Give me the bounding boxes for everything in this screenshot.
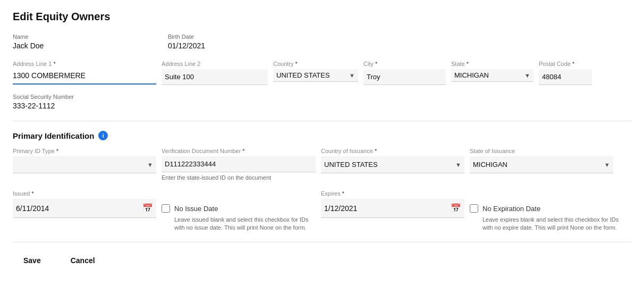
primary-id-type-label: Primary ID Type *	[13, 148, 156, 154]
country-select[interactable]: UNITED STATES	[276, 71, 347, 79]
doc-number-label: Verification Document Number *	[162, 148, 316, 154]
no-issue-date-hint: Leave issued blank and select this check…	[174, 216, 316, 232]
postal-value: 48084	[542, 73, 589, 81]
primary-id-type-select-wrapper[interactable]: ▼	[13, 156, 156, 173]
issued-value: 6/11/2014	[16, 204, 49, 213]
birth-date-label: Birth Date	[168, 33, 274, 40]
postal-label: Postal Code *	[539, 61, 592, 67]
country-label: Country *	[273, 61, 358, 67]
state-dropdown-icon: ▼	[524, 72, 530, 79]
primary-id-type-select[interactable]	[16, 161, 145, 169]
issuance-state-select-wrapper[interactable]: MICHIGAN ▼	[470, 156, 613, 173]
issuance-state-dropdown-icon: ▼	[604, 162, 610, 168]
issuance-country-dropdown-icon: ▼	[455, 162, 461, 168]
no-issue-date-checkbox[interactable]	[162, 204, 170, 213]
no-expiration-date-hint: Leave expires blank and select this chec…	[482, 216, 624, 232]
button-row: Save Cancel	[13, 252, 631, 269]
doc-number-value: D111222333444	[165, 160, 312, 168]
address-line2-label: Address Line 2	[162, 61, 268, 67]
issuance-state-select[interactable]: MICHIGAN	[473, 161, 602, 169]
owner-name: Jack Doe	[13, 41, 162, 50]
no-expiration-date-label: No Expiration Date	[482, 205, 540, 213]
no-issue-date-label: No Issue Date	[174, 205, 218, 213]
country-dropdown-icon: ▼	[349, 72, 355, 79]
city-label: City *	[363, 61, 446, 67]
doc-number-hint: Enter the state-issued ID on the documen…	[162, 174, 316, 181]
save-button[interactable]: Save	[13, 252, 52, 269]
cancel-button[interactable]: Cancel	[60, 252, 106, 269]
state-select-wrapper[interactable]: MICHIGAN ▼	[451, 69, 533, 82]
no-issue-date-group: No Issue Date Leave issued blank and sel…	[162, 201, 316, 232]
issuance-state-label: State of Issuance	[470, 148, 613, 154]
expires-value: 1/12/2021	[324, 204, 357, 213]
state-label: State *	[451, 61, 533, 67]
expires-label: Expires *	[321, 190, 464, 197]
issued-label: Issued *	[13, 190, 156, 197]
no-expiration-date-group: No Expiration Date Leave expires blank a…	[470, 201, 624, 232]
primary-id-type-dropdown-icon: ▼	[147, 162, 153, 168]
country-select-wrapper[interactable]: UNITED STATES ▼	[273, 69, 358, 82]
address-line2-value: Suite 100	[165, 73, 265, 81]
address-line1-input[interactable]	[13, 69, 156, 82]
address-line1-label: Address Line 1 *	[13, 61, 156, 67]
page-title: Edit Equity Owners	[13, 11, 631, 23]
issued-calendar-icon[interactable]: 📅	[142, 203, 153, 213]
issuance-country-select-wrapper[interactable]: UNITED STATES ▼	[321, 156, 464, 173]
name-label: Name	[13, 33, 162, 40]
state-select[interactable]: MICHIGAN	[454, 71, 522, 79]
owner-birth-date: 01/12/2021	[168, 41, 274, 50]
ssn-label: Social Security Number	[13, 94, 631, 100]
info-icon[interactable]: i	[98, 131, 108, 140]
issuance-country-select[interactable]: UNITED STATES	[324, 161, 453, 169]
no-expiration-date-checkbox[interactable]	[470, 204, 478, 213]
city-value: Troy	[367, 73, 443, 81]
identification-section-title: Primary Identification	[13, 131, 94, 140]
ssn-value: 333-22-1112	[13, 102, 631, 110]
issuance-country-label: Country of Issuance *	[321, 148, 464, 154]
expires-calendar-icon[interactable]: 📅	[451, 203, 461, 213]
